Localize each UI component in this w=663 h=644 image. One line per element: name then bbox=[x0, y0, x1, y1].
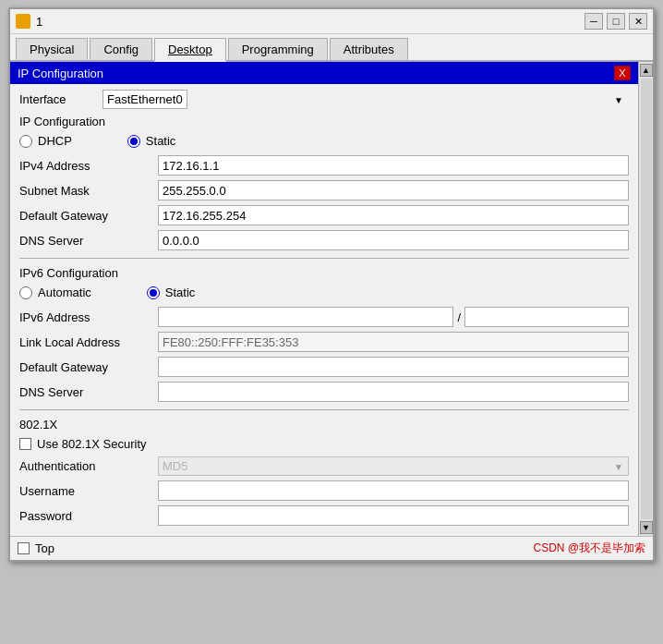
ipv4-address-label: IPv4 Address bbox=[19, 159, 158, 173]
ipv6-address-inputs: / bbox=[158, 307, 629, 327]
close-button[interactable]: ✕ bbox=[629, 13, 647, 30]
automatic-radio[interactable] bbox=[19, 286, 32, 299]
title-bar: 1 ─ □ ✕ bbox=[10, 9, 653, 34]
default-gateway-input[interactable] bbox=[158, 205, 629, 225]
ip-config-close-button[interactable]: X bbox=[614, 66, 631, 80]
ipv4-address-row: IPv4 Address bbox=[19, 155, 629, 176]
divider-2 bbox=[19, 409, 629, 410]
app-icon bbox=[16, 14, 30, 29]
content-wrapper: IP Configuration X Interface FastEtherne… bbox=[10, 62, 653, 536]
tab-physical[interactable]: Physical bbox=[16, 38, 88, 60]
subnet-mask-row: Subnet Mask bbox=[19, 180, 629, 200]
window-title: 1 bbox=[36, 15, 42, 29]
dot1x-section-title: 802.1X bbox=[19, 418, 629, 431]
top-checkbox[interactable] bbox=[18, 542, 30, 554]
authentication-label: Authentication bbox=[19, 459, 158, 473]
ipv4-address-input[interactable] bbox=[158, 155, 629, 176]
ipv6-dns-row: DNS Server bbox=[19, 382, 629, 402]
ipv6-slash: / bbox=[457, 310, 461, 324]
scrollbar[interactable]: ▲ ▼ bbox=[638, 62, 653, 536]
watermark: CSDN @我不是毕加索 bbox=[533, 541, 645, 556]
dot1x-label: Use 802.1X Security bbox=[37, 437, 147, 451]
scroll-down[interactable]: ▼ bbox=[640, 521, 653, 534]
link-local-input bbox=[158, 332, 629, 352]
ipv6-static-radio[interactable] bbox=[147, 286, 160, 299]
interface-select-wrap: FastEthernet0 bbox=[102, 90, 629, 109]
interface-label: Interface bbox=[19, 92, 93, 106]
maximize-button[interactable]: □ bbox=[607, 13, 625, 30]
authentication-row: Authentication MD5 bbox=[19, 456, 629, 476]
static-radio[interactable] bbox=[127, 135, 140, 148]
dot1x-checkbox[interactable] bbox=[19, 438, 31, 450]
ipv6-static-label: Static bbox=[165, 286, 196, 299]
ipv6-static-option[interactable]: Static bbox=[147, 286, 196, 299]
ipv6-gateway-row: Default Gateway bbox=[19, 357, 629, 377]
title-bar-left: 1 bbox=[16, 14, 42, 29]
ipv6-section-title: IPv6 Configuration bbox=[19, 266, 629, 280]
authentication-select[interactable]: MD5 bbox=[158, 456, 629, 476]
tab-attributes[interactable]: Attributes bbox=[330, 38, 408, 60]
dhcp-radio[interactable] bbox=[19, 135, 32, 148]
tab-programming[interactable]: Programming bbox=[228, 38, 328, 60]
automatic-label: Automatic bbox=[38, 286, 91, 299]
form-area: Interface FastEthernet0 IP Configuration bbox=[10, 84, 638, 536]
ipv6-static-radio-inner bbox=[150, 289, 157, 297]
username-row: Username bbox=[19, 480, 629, 501]
subnet-mask-input[interactable] bbox=[158, 180, 629, 200]
ip-config-header: IP Configuration X bbox=[10, 62, 638, 84]
ipv6-dns-input[interactable] bbox=[158, 382, 629, 402]
link-local-row: Link Local Address bbox=[19, 332, 629, 352]
default-gateway-row: Default Gateway bbox=[19, 205, 629, 225]
bottom-bar: Top CSDN @我不是毕加索 bbox=[10, 536, 653, 560]
tab-bar: Physical Config Desktop Programming Attr… bbox=[10, 34, 653, 62]
ip-config-section-title: IP Configuration bbox=[19, 115, 629, 128]
interface-row: Interface FastEthernet0 bbox=[19, 90, 629, 109]
username-input[interactable] bbox=[158, 480, 629, 501]
interface-select[interactable]: FastEthernet0 bbox=[102, 90, 187, 109]
default-gateway-label: Default Gateway bbox=[19, 209, 158, 223]
content-area: IP Configuration X Interface FastEtherne… bbox=[10, 62, 653, 536]
ipv6-address-input[interactable] bbox=[158, 307, 453, 327]
divider-1 bbox=[19, 258, 629, 259]
dot1x-checkbox-row: Use 802.1X Security bbox=[19, 437, 629, 451]
ipv6-prefix-input[interactable] bbox=[464, 307, 629, 327]
scroll-up[interactable]: ▲ bbox=[640, 64, 653, 77]
auth-select-wrap: MD5 bbox=[158, 456, 629, 476]
automatic-option[interactable]: Automatic bbox=[19, 286, 91, 299]
ipv6-gateway-label: Default Gateway bbox=[19, 360, 158, 374]
ipv6-gateway-input[interactable] bbox=[158, 357, 629, 377]
username-label: Username bbox=[19, 484, 158, 498]
bottom-left: Top bbox=[18, 541, 54, 555]
ipv6-dns-label: DNS Server bbox=[19, 385, 158, 399]
tab-config[interactable]: Config bbox=[90, 38, 152, 60]
link-local-label: Link Local Address bbox=[19, 335, 158, 349]
ipv6-address-label: IPv6 Address bbox=[19, 310, 158, 324]
ipv6-address-row: IPv6 Address / bbox=[19, 307, 629, 327]
ipv6-mode-row: Automatic Static bbox=[19, 286, 629, 299]
title-bar-controls: ─ □ ✕ bbox=[585, 13, 647, 30]
main-window: 1 ─ □ ✕ Physical Config Desktop Programm… bbox=[8, 7, 655, 562]
scroll-track bbox=[641, 79, 652, 519]
tab-desktop[interactable]: Desktop bbox=[154, 38, 226, 62]
ip-mode-row: DHCP Static bbox=[19, 134, 629, 148]
dhcp-label: DHCP bbox=[38, 134, 72, 148]
subnet-mask-label: Subnet Mask bbox=[19, 184, 158, 198]
top-label: Top bbox=[35, 541, 54, 555]
static-label: Static bbox=[146, 134, 176, 148]
ip-config-title: IP Configuration bbox=[18, 67, 103, 80]
dns-server-row: DNS Server bbox=[19, 230, 629, 250]
password-row: Password bbox=[19, 505, 629, 526]
main-content: IP Configuration X Interface FastEtherne… bbox=[10, 62, 638, 536]
dns-server-input[interactable] bbox=[158, 230, 629, 250]
dhcp-option[interactable]: DHCP bbox=[19, 134, 72, 148]
password-label: Password bbox=[19, 509, 158, 523]
dns-server-label: DNS Server bbox=[19, 234, 158, 248]
static-radio-inner bbox=[130, 138, 138, 145]
static-option[interactable]: Static bbox=[127, 134, 176, 148]
password-input[interactable] bbox=[158, 505, 629, 526]
minimize-button[interactable]: ─ bbox=[585, 13, 603, 30]
